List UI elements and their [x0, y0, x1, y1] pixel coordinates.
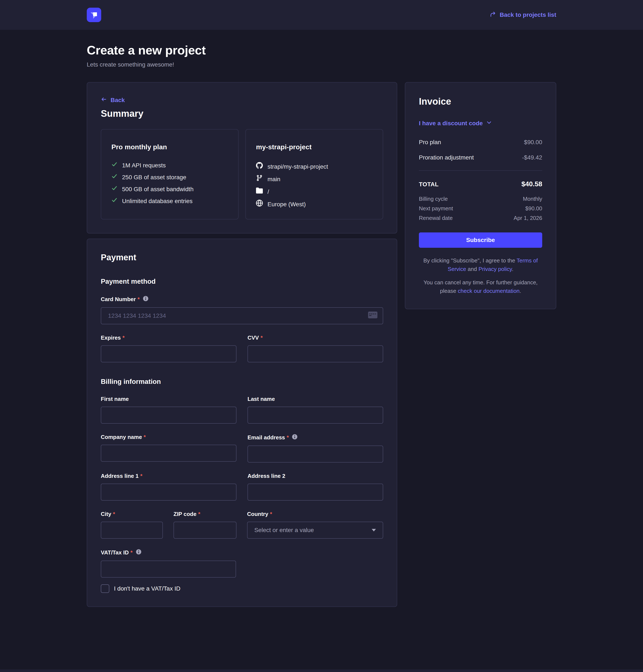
address-line2-input[interactable]: [247, 483, 383, 501]
project-name: my-strapi-project: [256, 143, 373, 151]
detail-label: Billing cycle: [419, 196, 448, 202]
first-name-field: First name: [101, 386, 236, 424]
last-name-field: Last name: [247, 386, 383, 424]
zip-code-input[interactable]: [173, 521, 236, 539]
line-item-label: Pro plan: [419, 139, 441, 146]
invoice-line-item: Pro plan $90.00: [419, 139, 542, 146]
invoice-line-item: Proration adjustment -$49.42: [419, 154, 542, 161]
cvv-label: CVV *: [247, 335, 383, 341]
caret-down-icon: [372, 529, 376, 531]
vat-label: VAT/Tax ID *: [101, 549, 236, 556]
check-icon: [111, 173, 117, 182]
arrow-left-icon: [101, 96, 107, 104]
page-subtitle: Lets create something awesome!: [87, 61, 556, 68]
detail-value: Apr 1, 2026: [514, 215, 542, 221]
no-vat-checkbox[interactable]: [101, 584, 109, 593]
last-name-label: Last name: [247, 396, 383, 403]
payment-title: Payment: [101, 253, 383, 262]
discount-code-link[interactable]: I have a discount code: [419, 120, 492, 127]
plan-features-list: 1M API requests 250 GB of asset storage …: [111, 161, 228, 205]
required-marker: *: [130, 549, 132, 556]
address-line1-field: Address line 1 *: [101, 463, 236, 501]
github-icon: [256, 162, 263, 171]
feature-label: 250 GB of asset storage: [122, 173, 186, 182]
invoice-divider: [419, 170, 542, 171]
expires-label: Expires *: [101, 335, 236, 341]
required-marker: *: [137, 296, 140, 303]
detail-value: $90.00: [525, 205, 542, 212]
back-to-projects-label: Back to projects list: [500, 11, 556, 18]
git-branch-icon: [256, 175, 263, 184]
line-item-label: Proration adjustment: [419, 154, 474, 161]
required-marker: *: [287, 434, 289, 441]
region-label: Europe (West): [267, 200, 306, 208]
branch-row: main: [256, 175, 373, 184]
line-item-amount: -$49.42: [522, 154, 542, 161]
documentation-link[interactable]: check our documentation: [458, 288, 520, 294]
header: Back to projects list: [0, 0, 643, 30]
project-card: my-strapi-project strapi/my-strapi-proje…: [245, 129, 383, 219]
first-name-input[interactable]: [101, 407, 236, 424]
first-name-label: First name: [101, 396, 236, 403]
card-number-input[interactable]: [101, 307, 383, 324]
region-row: Europe (West): [256, 200, 373, 209]
plan-title: Pro monthly plan: [111, 143, 228, 151]
email-input[interactable]: [247, 445, 383, 463]
required-marker: *: [122, 335, 125, 341]
back-to-projects-link[interactable]: Back to projects list: [489, 11, 556, 19]
company-name-input[interactable]: [101, 445, 236, 462]
info-icon: [136, 549, 142, 556]
feature-item: 1M API requests: [111, 161, 228, 170]
cvv-input[interactable]: [247, 345, 383, 362]
billing-information-title: Billing information: [101, 378, 383, 386]
country-select[interactable]: Select or enter a value: [247, 521, 383, 539]
chevron-down-icon: [486, 120, 492, 127]
detail-label: Next payment: [419, 205, 453, 212]
payment-card: Payment Payment method Card Number *: [87, 239, 397, 607]
company-name-field: Company name *: [101, 424, 236, 463]
feature-item: 250 GB of asset storage: [111, 173, 228, 182]
expires-input[interactable]: [101, 345, 236, 362]
city-input[interactable]: [101, 521, 163, 539]
billing-cycle-row: Billing cycle Monthly: [419, 196, 542, 202]
address-line2-field: Address line 2: [247, 463, 383, 501]
privacy-policy-link[interactable]: Privacy policy: [478, 266, 512, 272]
discount-code-label: I have a discount code: [419, 120, 483, 127]
vat-input[interactable]: [101, 561, 236, 578]
country-select-placeholder: Select or enter a value: [254, 527, 314, 533]
bottom-strip: [0, 670, 643, 672]
strapi-logo: [87, 8, 101, 22]
page-title: Create a new project: [87, 43, 556, 58]
address-line1-input[interactable]: [101, 483, 236, 501]
next-payment-row: Next payment $90.00: [419, 205, 542, 212]
email-label: Email address *: [247, 434, 383, 441]
city-label: City *: [101, 511, 163, 517]
globe-icon: [256, 200, 263, 209]
country-field: Country * Select or enter a value: [247, 501, 383, 539]
back-link[interactable]: Back: [101, 96, 125, 104]
detail-value: Monthly: [523, 196, 542, 202]
terms-text: By clicking "Subscribe", I agree to the …: [419, 256, 542, 274]
invoice-panel: Invoice I have a discount code Pro plan …: [405, 82, 556, 309]
info-icon: [292, 434, 298, 441]
last-name-input[interactable]: [247, 407, 383, 424]
city-field: City *: [101, 501, 163, 539]
subscribe-button[interactable]: Subscribe: [419, 232, 542, 248]
credit-card-icon: [368, 311, 378, 320]
invoice-line-items: Pro plan $90.00 Proration adjustment -$4…: [419, 139, 542, 161]
country-label: Country *: [247, 511, 383, 517]
summary-card: Back Summary Pro monthly plan 1M API req…: [87, 82, 397, 233]
address-line1-label: Address line 1 *: [101, 473, 236, 479]
base-directory-row: /: [256, 187, 373, 196]
repository-label: strapi/my-strapi-project: [267, 163, 328, 171]
check-icon: [111, 185, 117, 193]
branch-label: main: [267, 175, 280, 183]
feature-label: 1M API requests: [122, 161, 166, 170]
zip-code-label: ZIP code *: [173, 511, 236, 517]
feature-item: Unlimited database entries: [111, 197, 228, 205]
main-content: Create a new project Lets create somethi…: [87, 30, 556, 624]
detail-label: Renewal date: [419, 215, 453, 221]
address-line2-label: Address line 2: [247, 473, 383, 479]
zip-code-field: ZIP code *: [173, 501, 236, 539]
line-item-amount: $90.00: [524, 139, 542, 146]
